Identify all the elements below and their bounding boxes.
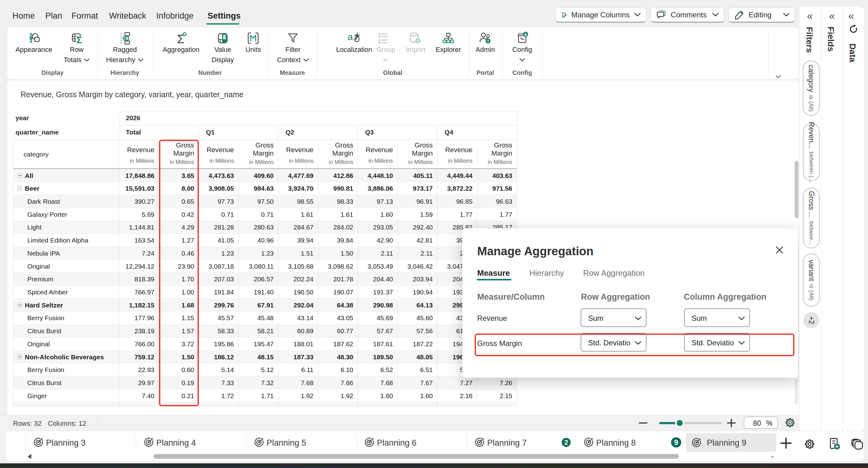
svg-text:Σ: Σ <box>76 35 82 45</box>
svg-text:a: a <box>348 32 353 42</box>
